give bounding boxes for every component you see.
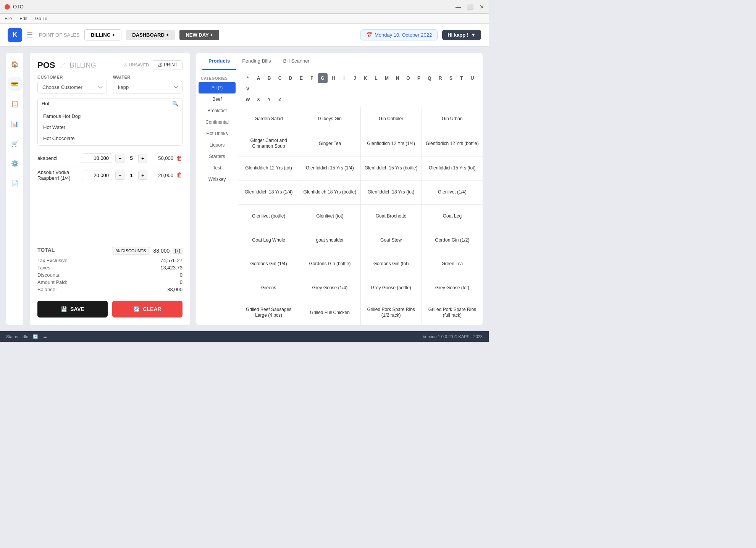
hamburger-icon[interactable]: ☰ bbox=[27, 31, 33, 39]
product-card-2[interactable]: Gin Cobbler bbox=[361, 107, 422, 131]
product-card-27[interactable]: Green Tea bbox=[422, 252, 483, 276]
product-card-5[interactable]: Ginger Tea bbox=[299, 131, 360, 156]
sidebar-icon-reports[interactable]: 📊 bbox=[8, 117, 22, 131]
product-card-35[interactable]: Grilled Pork Spare Ribs (full rack) bbox=[422, 300, 483, 325]
letter-p[interactable]: P bbox=[414, 73, 424, 83]
product-card-28[interactable]: Greens bbox=[238, 276, 299, 300]
sidebar-icon-list[interactable]: 📋 bbox=[8, 97, 22, 111]
letter-o[interactable]: O bbox=[403, 73, 413, 83]
cat-test[interactable]: Test bbox=[196, 162, 238, 174]
letter-m[interactable]: M bbox=[382, 73, 392, 83]
letter-d[interactable]: D bbox=[286, 73, 296, 83]
letter-r[interactable]: R bbox=[435, 73, 445, 83]
menu-edit[interactable]: Edit bbox=[19, 16, 27, 21]
product-card-16[interactable]: Glenlivet (bottle) bbox=[238, 205, 299, 228]
qty-increase-0[interactable]: + bbox=[138, 154, 147, 163]
product-card-34[interactable]: Grilled Pork Spare Ribs (1/2 rack) bbox=[361, 300, 422, 325]
letter-c[interactable]: C bbox=[275, 73, 285, 83]
product-card-31[interactable]: Grey Goose (tot) bbox=[422, 276, 483, 300]
product-card-1[interactable]: Gilbeys Gin bbox=[299, 107, 360, 131]
qty-decrease-1[interactable]: − bbox=[115, 171, 124, 180]
letter-g[interactable]: G bbox=[318, 73, 328, 83]
window-controls[interactable]: — ⬜ ✕ bbox=[456, 4, 484, 10]
order-item-price-0[interactable] bbox=[82, 153, 112, 163]
product-card-25[interactable]: Gordons Gin (bottle) bbox=[299, 252, 360, 276]
sidebar-icon-home[interactable]: 🏠 bbox=[8, 57, 22, 71]
cat-all[interactable]: All (*) bbox=[199, 82, 236, 93]
qty-decrease-0[interactable]: − bbox=[115, 154, 124, 163]
order-item-price-1[interactable] bbox=[82, 171, 112, 180]
discounts-btn[interactable]: % DISCOUNTS bbox=[112, 247, 150, 255]
search-result-0[interactable]: Famous Hot Dog bbox=[38, 111, 182, 122]
letter-n[interactable]: N bbox=[393, 73, 402, 83]
product-card-14[interactable]: Glenfiddich 18 Yrs (tot) bbox=[361, 181, 422, 204]
cat-continental[interactable]: Continental bbox=[196, 116, 238, 128]
letter-k[interactable]: K bbox=[360, 73, 370, 83]
delete-item-1[interactable]: 🗑 bbox=[176, 172, 183, 179]
product-card-6[interactable]: Glenfiddich 12 Yrs (1/4) bbox=[361, 131, 422, 156]
product-card-10[interactable]: Glenfiddich 15 Yrs (bottle) bbox=[361, 156, 422, 180]
product-card-7[interactable]: Glenfiddich 12 Yrs (bottle) bbox=[422, 131, 483, 156]
letter-w[interactable]: W bbox=[243, 95, 253, 105]
new-day-btn[interactable]: NEW DAY + bbox=[179, 30, 219, 40]
product-card-8[interactable]: Glenfiddich 12 Yrs (tot) bbox=[238, 156, 299, 180]
product-card-9[interactable]: Glenfiddich 15 Yrs (1/4) bbox=[299, 156, 360, 180]
product-card-22[interactable]: Goat Stew bbox=[361, 228, 422, 252]
letter-s[interactable]: S bbox=[446, 73, 456, 83]
menu-goto[interactable]: Go To bbox=[35, 16, 47, 21]
product-card-33[interactable]: Grilled Full Chicken bbox=[299, 300, 360, 325]
product-card-32[interactable]: Grilled Beef Sausages Large (4 pcs) bbox=[238, 300, 299, 325]
cloud-icon[interactable]: ☁ bbox=[43, 334, 47, 339]
letter-z[interactable]: Z bbox=[275, 95, 285, 105]
user-badge[interactable]: Hi kapp ! ▼ bbox=[442, 30, 481, 40]
letter-l[interactable]: L bbox=[371, 73, 381, 83]
tab-products[interactable]: Products bbox=[202, 53, 236, 70]
sidebar-icon-cart[interactable]: 🛒 bbox=[8, 137, 22, 150]
close-btn[interactable]: ✕ bbox=[480, 4, 484, 10]
product-card-0[interactable]: Garden Salad bbox=[238, 107, 299, 131]
billing-tab[interactable]: BILLING + bbox=[84, 29, 122, 40]
dashboard-tab[interactable]: DASHBOARD + bbox=[126, 30, 175, 40]
search-result-2[interactable]: Hot Chocolate bbox=[38, 133, 182, 144]
product-card-29[interactable]: Grey Goose (1/4) bbox=[299, 276, 360, 300]
letter-h[interactable]: H bbox=[328, 73, 338, 83]
plus-badge[interactable]: [+] bbox=[173, 248, 183, 254]
product-card-24[interactable]: Gordons Gin (1/4) bbox=[238, 252, 299, 276]
letter-i[interactable]: I bbox=[339, 73, 349, 83]
product-card-23[interactable]: Gordon Gin (1/2) bbox=[422, 228, 483, 252]
customer-select[interactable]: Choose Customer bbox=[37, 81, 107, 93]
letter-u[interactable]: U bbox=[467, 73, 477, 83]
tab-pending-bills[interactable]: Pending Bills bbox=[236, 53, 277, 70]
letter-j[interactable]: J bbox=[350, 73, 360, 83]
clear-btn[interactable]: 🔄 CLEAR bbox=[112, 301, 183, 318]
waiter-select[interactable]: kapp bbox=[113, 81, 183, 93]
letter-b[interactable]: B bbox=[264, 73, 274, 83]
letter-x[interactable]: X bbox=[254, 95, 263, 105]
product-card-19[interactable]: Goat Leg bbox=[422, 205, 483, 228]
cat-hot-drinks[interactable]: Hot Drinks bbox=[196, 128, 238, 139]
product-card-18[interactable]: Goat Brochette bbox=[361, 205, 422, 228]
letter-f[interactable]: F bbox=[307, 73, 317, 83]
cat-beef[interactable]: Beef bbox=[196, 93, 238, 105]
maximize-btn[interactable]: ⬜ bbox=[467, 4, 473, 10]
product-card-21[interactable]: goat shoulder bbox=[299, 228, 360, 252]
tab-bill-scanner[interactable]: Bill Scanner bbox=[277, 53, 316, 70]
delete-item-0[interactable]: 🗑 bbox=[176, 155, 183, 162]
menu-file[interactable]: File bbox=[5, 16, 12, 21]
minimize-btn[interactable]: — bbox=[456, 4, 461, 10]
letter-y[interactable]: Y bbox=[264, 95, 274, 105]
search-input[interactable] bbox=[42, 101, 170, 106]
letter-q[interactable]: Q bbox=[425, 73, 435, 83]
sidebar-icon-docs[interactable]: 📄 bbox=[8, 176, 22, 190]
product-card-3[interactable]: Gin Urban bbox=[422, 107, 483, 131]
product-card-11[interactable]: Glenfiddich 15 Yrs (tot) bbox=[422, 156, 483, 180]
cat-whiskey[interactable]: Whiskey bbox=[196, 174, 238, 185]
sidebar-icon-settings[interactable]: ⚙️ bbox=[8, 156, 22, 170]
cat-starters[interactable]: Starters bbox=[196, 151, 238, 162]
search-result-1[interactable]: Hot Water bbox=[38, 122, 182, 133]
product-card-4[interactable]: Ginger Carrot and Cinnamon Soup bbox=[238, 131, 299, 156]
refresh-icon[interactable]: 🔄 bbox=[33, 334, 38, 339]
letter-v[interactable]: V bbox=[243, 84, 253, 94]
product-card-20[interactable]: Goat Leg Whole bbox=[238, 228, 299, 252]
letter-e[interactable]: E bbox=[296, 73, 306, 83]
